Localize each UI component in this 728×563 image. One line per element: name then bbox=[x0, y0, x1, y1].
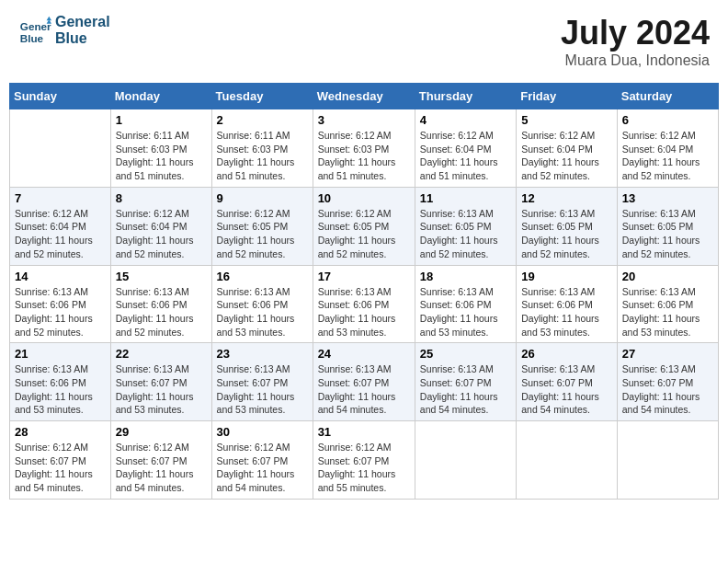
calendar-cell: 29Sunrise: 6:12 AM Sunset: 6:07 PM Dayli… bbox=[110, 421, 211, 500]
calendar-cell: 17Sunrise: 6:13 AM Sunset: 6:06 PM Dayli… bbox=[313, 265, 415, 343]
title-block: July 2024 Muara Dua, Indonesia bbox=[561, 14, 710, 69]
calendar-cell: 13Sunrise: 6:13 AM Sunset: 6:05 PM Dayli… bbox=[617, 187, 718, 265]
day-number: 10 bbox=[318, 191, 410, 205]
calendar-week-row: 7Sunrise: 6:12 AM Sunset: 6:04 PM Daylig… bbox=[10, 187, 719, 265]
calendar-cell: 11Sunrise: 6:13 AM Sunset: 6:05 PM Dayli… bbox=[415, 187, 516, 265]
day-info: Sunrise: 6:13 AM Sunset: 6:07 PM Dayligh… bbox=[217, 362, 308, 417]
logo-text-line2: Blue bbox=[55, 30, 110, 47]
calendar-cell: 7Sunrise: 6:12 AM Sunset: 6:04 PM Daylig… bbox=[10, 187, 111, 265]
calendar-cell bbox=[415, 421, 516, 500]
calendar-cell: 24Sunrise: 6:13 AM Sunset: 6:07 PM Dayli… bbox=[313, 343, 415, 421]
day-info: Sunrise: 6:13 AM Sunset: 6:06 PM Dayligh… bbox=[318, 285, 410, 339]
calendar-cell: 16Sunrise: 6:13 AM Sunset: 6:06 PM Dayli… bbox=[211, 265, 313, 343]
calendar-week-row: 21Sunrise: 6:13 AM Sunset: 6:06 PM Dayli… bbox=[10, 343, 719, 421]
day-number: 4 bbox=[420, 113, 511, 127]
calendar-cell: 19Sunrise: 6:13 AM Sunset: 6:06 PM Dayli… bbox=[517, 265, 618, 343]
weekday-header: Thursday bbox=[415, 84, 516, 109]
day-info: Sunrise: 6:12 AM Sunset: 6:05 PM Dayligh… bbox=[318, 207, 410, 261]
day-number: 12 bbox=[521, 191, 612, 205]
logo-text-line1: General bbox=[55, 14, 110, 30]
calendar-cell: 2Sunrise: 6:11 AM Sunset: 6:03 PM Daylig… bbox=[211, 109, 313, 188]
day-info: Sunrise: 6:13 AM Sunset: 6:07 PM Dayligh… bbox=[622, 362, 713, 417]
day-number: 25 bbox=[420, 347, 511, 361]
calendar-cell: 26Sunrise: 6:13 AM Sunset: 6:07 PM Dayli… bbox=[517, 343, 618, 421]
calendar-cell: 12Sunrise: 6:13 AM Sunset: 6:05 PM Dayli… bbox=[517, 187, 618, 265]
svg-text:Blue: Blue bbox=[20, 32, 44, 44]
location: Muara Dua, Indonesia bbox=[561, 52, 710, 69]
calendar-cell: 23Sunrise: 6:13 AM Sunset: 6:07 PM Dayli… bbox=[211, 343, 313, 421]
calendar-cell: 4Sunrise: 6:12 AM Sunset: 6:04 PM Daylig… bbox=[415, 109, 516, 188]
day-number: 22 bbox=[116, 347, 207, 361]
calendar-cell bbox=[10, 109, 111, 188]
weekday-header: Friday bbox=[517, 84, 618, 109]
day-number: 27 bbox=[622, 347, 713, 361]
calendar-cell: 15Sunrise: 6:13 AM Sunset: 6:06 PM Dayli… bbox=[110, 265, 211, 343]
day-info: Sunrise: 6:13 AM Sunset: 6:07 PM Dayligh… bbox=[521, 362, 612, 417]
weekday-header: Tuesday bbox=[211, 84, 313, 109]
day-number: 14 bbox=[15, 270, 106, 283]
weekday-header: Sunday bbox=[10, 84, 111, 109]
day-info: Sunrise: 6:13 AM Sunset: 6:05 PM Dayligh… bbox=[521, 207, 612, 261]
day-info: Sunrise: 6:12 AM Sunset: 6:07 PM Dayligh… bbox=[15, 441, 106, 495]
weekday-header: Wednesday bbox=[313, 84, 415, 109]
calendar-cell: 22Sunrise: 6:13 AM Sunset: 6:07 PM Dayli… bbox=[110, 343, 211, 421]
day-number: 8 bbox=[116, 191, 207, 205]
weekday-header: Monday bbox=[110, 84, 211, 109]
day-number: 29 bbox=[116, 425, 207, 439]
day-info: Sunrise: 6:12 AM Sunset: 6:04 PM Dayligh… bbox=[15, 207, 106, 261]
day-number: 6 bbox=[622, 113, 713, 127]
day-info: Sunrise: 6:13 AM Sunset: 6:06 PM Dayligh… bbox=[15, 362, 106, 417]
day-info: Sunrise: 6:12 AM Sunset: 6:07 PM Dayligh… bbox=[116, 441, 207, 495]
calendar-cell: 21Sunrise: 6:13 AM Sunset: 6:06 PM Dayli… bbox=[10, 343, 111, 421]
day-number: 1 bbox=[116, 113, 207, 127]
day-number: 31 bbox=[318, 425, 410, 439]
day-number: 20 bbox=[622, 270, 713, 283]
calendar-cell: 18Sunrise: 6:13 AM Sunset: 6:06 PM Dayli… bbox=[415, 265, 516, 343]
day-number: 13 bbox=[622, 191, 713, 205]
logo-icon: General Blue bbox=[18, 14, 51, 47]
day-info: Sunrise: 6:13 AM Sunset: 6:06 PM Dayligh… bbox=[217, 285, 308, 339]
day-info: Sunrise: 6:12 AM Sunset: 6:04 PM Dayligh… bbox=[521, 129, 612, 183]
calendar-week-row: 28Sunrise: 6:12 AM Sunset: 6:07 PM Dayli… bbox=[10, 421, 719, 500]
calendar-week-row: 14Sunrise: 6:13 AM Sunset: 6:06 PM Dayli… bbox=[10, 265, 719, 343]
calendar-cell: 8Sunrise: 6:12 AM Sunset: 6:04 PM Daylig… bbox=[110, 187, 211, 265]
day-number: 9 bbox=[217, 191, 308, 205]
day-number: 21 bbox=[15, 347, 106, 361]
day-info: Sunrise: 6:13 AM Sunset: 6:05 PM Dayligh… bbox=[420, 207, 511, 261]
svg-text:General: General bbox=[20, 20, 51, 32]
day-info: Sunrise: 6:13 AM Sunset: 6:06 PM Dayligh… bbox=[622, 285, 713, 339]
calendar-cell: 27Sunrise: 6:13 AM Sunset: 6:07 PM Dayli… bbox=[617, 343, 718, 421]
logo: General Blue General Blue bbox=[18, 14, 110, 47]
day-number: 3 bbox=[318, 113, 410, 127]
day-number: 30 bbox=[217, 425, 308, 439]
calendar-cell: 1Sunrise: 6:11 AM Sunset: 6:03 PM Daylig… bbox=[110, 109, 211, 188]
day-number: 28 bbox=[15, 425, 106, 439]
day-number: 5 bbox=[521, 113, 612, 127]
calendar-cell bbox=[517, 421, 618, 500]
calendar-week-row: 1Sunrise: 6:11 AM Sunset: 6:03 PM Daylig… bbox=[10, 109, 719, 188]
day-number: 15 bbox=[116, 270, 207, 283]
day-number: 7 bbox=[15, 191, 106, 205]
day-info: Sunrise: 6:13 AM Sunset: 6:06 PM Dayligh… bbox=[521, 285, 612, 339]
page-header: General Blue General Blue July 2024 Muar… bbox=[9, 9, 719, 74]
calendar-cell: 9Sunrise: 6:12 AM Sunset: 6:05 PM Daylig… bbox=[211, 187, 313, 265]
day-info: Sunrise: 6:13 AM Sunset: 6:07 PM Dayligh… bbox=[420, 362, 511, 417]
calendar-cell: 28Sunrise: 6:12 AM Sunset: 6:07 PM Dayli… bbox=[10, 421, 111, 500]
day-number: 2 bbox=[217, 113, 308, 127]
month-title: July 2024 bbox=[561, 14, 710, 52]
day-number: 17 bbox=[318, 270, 410, 283]
calendar-body: 1Sunrise: 6:11 AM Sunset: 6:03 PM Daylig… bbox=[10, 109, 719, 500]
day-info: Sunrise: 6:13 AM Sunset: 6:06 PM Dayligh… bbox=[15, 285, 106, 339]
day-info: Sunrise: 6:12 AM Sunset: 6:04 PM Dayligh… bbox=[420, 129, 511, 183]
day-number: 19 bbox=[521, 270, 612, 283]
day-info: Sunrise: 6:12 AM Sunset: 6:04 PM Dayligh… bbox=[622, 129, 713, 183]
day-number: 11 bbox=[420, 191, 511, 205]
calendar-cell: 30Sunrise: 6:12 AM Sunset: 6:07 PM Dayli… bbox=[211, 421, 313, 500]
day-info: Sunrise: 6:12 AM Sunset: 6:04 PM Dayligh… bbox=[116, 207, 207, 261]
day-info: Sunrise: 6:13 AM Sunset: 6:06 PM Dayligh… bbox=[116, 285, 207, 339]
calendar-cell: 6Sunrise: 6:12 AM Sunset: 6:04 PM Daylig… bbox=[617, 109, 718, 188]
calendar-table: SundayMondayTuesdayWednesdayThursdayFrid… bbox=[9, 83, 719, 500]
day-number: 23 bbox=[217, 347, 308, 361]
day-info: Sunrise: 6:12 AM Sunset: 6:05 PM Dayligh… bbox=[217, 207, 308, 261]
calendar-header-row: SundayMondayTuesdayWednesdayThursdayFrid… bbox=[10, 84, 719, 109]
